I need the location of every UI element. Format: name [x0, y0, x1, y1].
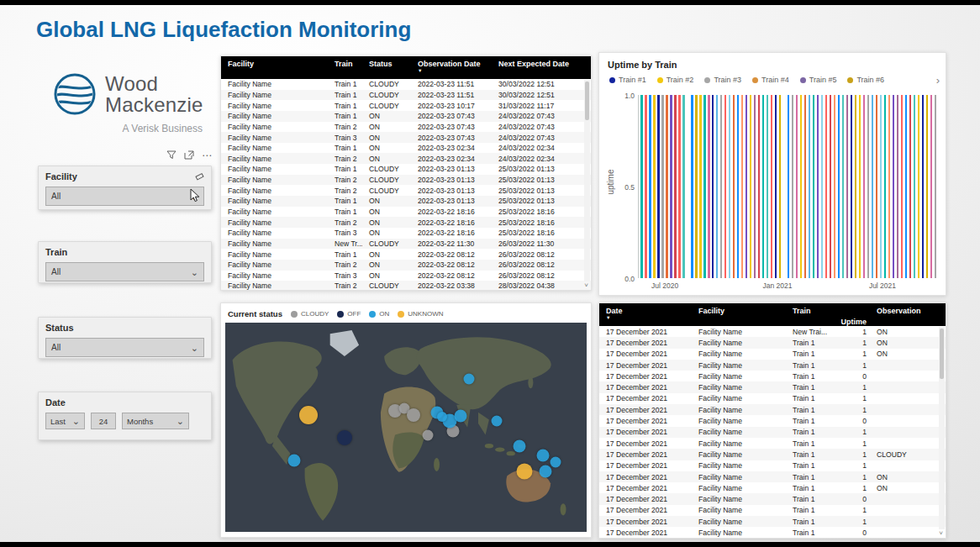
uptime-bar[interactable]: [867, 95, 869, 278]
date-unit-dropdown[interactable]: Months ⌄: [122, 413, 189, 429]
facility-map-dot[interactable]: [287, 455, 300, 467]
uptime-bar[interactable]: [678, 95, 680, 278]
facility-map-dot[interactable]: [551, 456, 561, 467]
facility-map-dot[interactable]: [539, 465, 551, 477]
uptime-bar[interactable]: [851, 95, 852, 278]
table-row[interactable]: Facility NameTrain 2ON2022-03-23 07:4324…: [221, 122, 591, 133]
table-row[interactable]: 17 December 2021Facility NameTrain 11: [599, 438, 946, 449]
map-legend-item[interactable]: ON: [369, 310, 389, 318]
uptime-bar[interactable]: [909, 95, 911, 278]
table-row[interactable]: Facility NameTrain 3ON2022-03-22 08:1226…: [221, 271, 591, 281]
table-row[interactable]: 17 December 2021Facility NameTrain 11ON: [599, 349, 946, 360]
table-row[interactable]: 17 December 2021Facility NameTrain 11ON: [599, 471, 946, 482]
uptime-bar[interactable]: [695, 95, 697, 278]
table-row[interactable]: Facility NameTrain 1ON2022-03-23 02:3424…: [221, 143, 591, 154]
date-count-input[interactable]: 24: [91, 413, 116, 429]
table-row[interactable]: 17 December 2021Facility NameTrain 11: [599, 427, 946, 438]
table-row[interactable]: Facility NameTrain 3ON2022-03-22 18:1625…: [221, 228, 591, 239]
legend-item[interactable]: Train #3: [704, 76, 741, 84]
uptime-bar[interactable]: [792, 95, 793, 278]
table-row[interactable]: Facility NameNew Tr...CLOUDY2022-03-22 1…: [221, 239, 591, 250]
table-row[interactable]: Facility NameTrain 1ON2022-03-23 07:4324…: [221, 111, 591, 122]
uptime-bar[interactable]: [788, 95, 789, 278]
scrollbar-thumb[interactable]: [585, 82, 589, 120]
uptime-bar[interactable]: [645, 95, 646, 278]
facility-map-dot[interactable]: [407, 408, 420, 422]
uptime-bar[interactable]: [746, 95, 747, 278]
uptime-bar[interactable]: [703, 95, 705, 278]
uptime-bar[interactable]: [741, 95, 743, 278]
legend-item[interactable]: Train #6: [847, 76, 884, 84]
uptime-bar[interactable]: [872, 95, 873, 278]
map-legend-item[interactable]: CLOUDY: [291, 310, 329, 318]
facility-map-dot[interactable]: [454, 409, 466, 422]
table-row[interactable]: Facility NameTrain 2ON2022-03-22 08:1226…: [221, 260, 591, 271]
table-row[interactable]: 17 December 2021Facility NameTrain 11: [599, 516, 946, 527]
uptime-bar[interactable]: [855, 95, 856, 278]
uptime-bar[interactable]: [640, 95, 642, 278]
uptime-bar[interactable]: [733, 95, 735, 278]
facility-map-dot[interactable]: [516, 463, 532, 479]
uptime-bar[interactable]: [670, 95, 672, 278]
scroll-down-icon[interactable]: ˅: [582, 282, 590, 289]
world-map[interactable]: [225, 323, 587, 532]
uptime-bar[interactable]: [926, 95, 928, 278]
uptime-bar[interactable]: [661, 95, 663, 278]
uptime-bar[interactable]: [779, 95, 781, 278]
uptime-bar[interactable]: [775, 95, 777, 278]
table-row[interactable]: Facility NameTrain 3ON2022-03-23 07:4324…: [221, 132, 591, 143]
uptime-bar[interactable]: [830, 95, 831, 278]
more-options-icon[interactable]: ⋯: [202, 152, 212, 159]
uptime-bar[interactable]: [716, 95, 718, 278]
uptime-bar[interactable]: [712, 95, 714, 278]
uptime-bar[interactable]: [825, 95, 827, 278]
map-legend-item[interactable]: UNKNOWN: [398, 310, 443, 318]
facility-map-dot[interactable]: [337, 430, 352, 445]
table-row[interactable]: Facility NameTrain 2ON2022-03-23 02:3424…: [221, 153, 591, 164]
table-row[interactable]: 17 December 2021Facility NameNew Trai...…: [599, 326, 946, 337]
table-row[interactable]: Facility NameTrain 1CLOUDY2022-03-23 11:…: [221, 90, 591, 101]
facility-dropdown[interactable]: All ⌄: [45, 187, 204, 206]
uptime-bar[interactable]: [649, 95, 651, 278]
uptime-bar[interactable]: [880, 95, 882, 278]
table-row[interactable]: 17 December 2021Facility NameTrain 10: [599, 415, 946, 426]
table-row[interactable]: Facility NameTrain 2CLOUDY2022-03-22 03:…: [221, 281, 591, 290]
uptime-bar[interactable]: [930, 95, 932, 278]
uptime-bar[interactable]: [876, 95, 877, 278]
uptime-bar[interactable]: [888, 95, 890, 278]
uptime-bar[interactable]: [758, 95, 760, 278]
legend-item[interactable]: Train #1: [609, 76, 646, 84]
column-header-date[interactable]: Date▼: [599, 303, 692, 326]
facility-map-dot[interactable]: [537, 450, 550, 462]
column-header-facility[interactable]: Facility: [221, 56, 328, 79]
legend-item[interactable]: Train #5: [800, 76, 837, 84]
uptime-bar[interactable]: [863, 95, 865, 278]
facility-map-dot[interactable]: [422, 430, 433, 441]
column-header-facility[interactable]: Facility: [692, 303, 786, 326]
uptime-bar[interactable]: [914, 95, 915, 278]
legend-item[interactable]: Train #4: [752, 76, 789, 84]
eraser-icon[interactable]: [194, 172, 204, 181]
uptime-bar[interactable]: [796, 95, 798, 278]
table-row[interactable]: Facility NameTrain 1CLOUDY2022-03-23 01:…: [221, 164, 591, 175]
uptime-bar[interactable]: [918, 95, 919, 278]
date-mode-dropdown[interactable]: Last ⌄: [45, 413, 85, 429]
table-row[interactable]: 17 December 2021Facility NameTrain 10: [599, 527, 946, 538]
uptime-bar[interactable]: [691, 95, 693, 278]
uptime-bar[interactable]: [699, 95, 701, 278]
uptime-bar[interactable]: [817, 95, 819, 278]
column-header-observation-date[interactable]: Observation Date▼: [411, 56, 492, 79]
table-row[interactable]: Facility NameTrain 1ON2022-03-23 01:1325…: [221, 196, 591, 207]
table-row[interactable]: 17 December 2021Facility NameTrain 11ON: [599, 337, 946, 348]
uptime-bar[interactable]: [859, 95, 861, 278]
uptime-bar[interactable]: [834, 95, 835, 278]
uptime-bar[interactable]: [771, 95, 772, 278]
legend-more-icon[interactable]: ›: [936, 74, 940, 87]
table-row[interactable]: Facility NameTrain 1ON2022-03-22 08:1226…: [221, 249, 591, 260]
column-header-train[interactable]: Train: [786, 303, 838, 326]
uptime-bar[interactable]: [762, 95, 764, 278]
uptime-bar[interactable]: [842, 95, 844, 278]
train-dropdown[interactable]: All ⌄: [45, 262, 204, 281]
status-dropdown[interactable]: All ⌄: [45, 338, 204, 357]
table-row[interactable]: 17 December 2021Facility NameTrain 11ON: [599, 482, 946, 493]
